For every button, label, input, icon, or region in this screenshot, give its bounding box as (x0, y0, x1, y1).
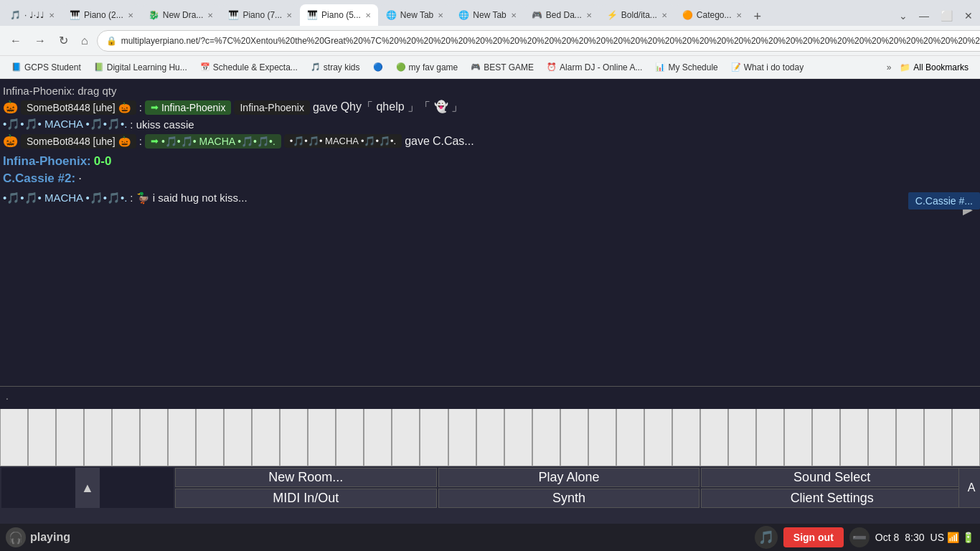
tab-5[interactable]: 🎹 Piano (5... ✕ (300, 4, 378, 26)
all-bookmarks-folder[interactable]: 📁 All Bookmarks (894, 61, 974, 74)
bookmark-straykids[interactable]: 🎵 stray kids (305, 61, 366, 74)
white-key-4[interactable] (84, 409, 112, 466)
tab-close-2[interactable]: ✕ (128, 11, 133, 19)
white-key-8[interactable] (196, 409, 224, 466)
signout-button[interactable]: Sign out (783, 527, 844, 547)
white-key-24[interactable] (644, 409, 672, 466)
white-key-3[interactable] (56, 409, 84, 466)
white-key-10[interactable] (252, 409, 280, 466)
bookmark-dlh[interactable]: 📗 Digital Learning Hu... (88, 61, 193, 74)
white-key-9[interactable] (224, 409, 252, 466)
bookmark-myschedule[interactable]: 📊 My Schedule (649, 61, 723, 74)
sound-select-button[interactable]: Sound Select (701, 468, 963, 487)
tab-2[interactable]: 🎹 Piano (2... ✕ (62, 4, 141, 26)
white-key-18[interactable] (476, 409, 504, 466)
close-button[interactable]: ✕ (960, 9, 977, 23)
white-key-2[interactable] (28, 409, 56, 466)
white-key-25[interactable] (672, 409, 700, 466)
white-key-34[interactable] (924, 409, 952, 466)
signout-label: Sign out (793, 532, 834, 543)
headphones-icon[interactable]: 🎧 (6, 527, 26, 547)
synth-button[interactable]: Synth (438, 489, 700, 508)
white-key-19[interactable] (504, 409, 532, 466)
play-alone-button[interactable]: Play Alone (438, 468, 700, 487)
white-key-23[interactable] (616, 409, 644, 466)
white-key-31[interactable] (840, 409, 868, 466)
tab-3[interactable]: 🐉 New Dra... ✕ (141, 4, 221, 26)
bookmark-whatido[interactable]: 📝 What i do today (725, 61, 809, 74)
bookmark-schedule[interactable]: 📅 Schedule & Expecta... (194, 61, 303, 74)
white-key-28[interactable] (756, 409, 784, 466)
tab-close-9[interactable]: ✕ (661, 11, 667, 19)
bookmarks-more-btn[interactable]: » (887, 62, 892, 72)
chat-message-1: 🎃 SomeBot8448 [uhe] 🎃 : ➡ Infina-Phoenix… (3, 100, 977, 115)
white-key-21[interactable] (560, 409, 588, 466)
white-key-27[interactable] (728, 409, 756, 466)
tab-1[interactable]: 🎵 · ♩·♩♩ ✕ (3, 4, 62, 26)
tab-close-5[interactable]: ✕ (365, 11, 371, 19)
bookmark-bestgame[interactable]: 🎮 BEST GAME (465, 61, 540, 74)
bookmark-gcps[interactable]: 📘 GCPS Student (6, 61, 87, 74)
white-key-14[interactable] (364, 409, 392, 466)
white-key-33[interactable] (896, 409, 924, 466)
tab-close-10[interactable]: ✕ (736, 11, 742, 19)
bookmark-alarmDJ[interactable]: ⏰ Alarm DJ - Online A... (541, 61, 648, 74)
back-button[interactable]: ← (6, 32, 26, 50)
tab-close-4[interactable]: ✕ (286, 11, 292, 19)
bot-emoji-2b: 🎃 (118, 136, 131, 147)
tab-favicon-2: 🎹 (70, 10, 80, 20)
bookmark-4[interactable]: 🔵 (367, 61, 389, 73)
client-settings-button[interactable]: Client Settings (701, 489, 963, 508)
white-key-15[interactable] (392, 409, 420, 466)
new-tab-button[interactable]: + (750, 9, 766, 24)
home-button[interactable]: ⌂ (77, 32, 93, 50)
restore-button[interactable]: ⬜ (936, 9, 957, 23)
white-key-29[interactable] (784, 409, 812, 466)
white-key-1[interactable] (0, 409, 28, 466)
piano-keys-row (0, 409, 980, 466)
tab-8[interactable]: 🎮 Bed Da... ✕ (524, 4, 599, 26)
white-key-6[interactable] (140, 409, 168, 466)
white-key-26[interactable] (700, 409, 728, 466)
white-key-17[interactable] (448, 409, 476, 466)
white-key-11[interactable] (280, 409, 308, 466)
refresh-button[interactable]: ↻ (55, 31, 72, 50)
forward-button[interactable]: → (30, 32, 50, 50)
bookmark-myfavgame[interactable]: 🟢 my fav game (390, 61, 464, 74)
white-key-35[interactable] (952, 409, 980, 466)
action-name-1: Infina-Phoenix (161, 102, 226, 113)
extra-button[interactable]: A (958, 468, 980, 508)
tab-title-6: New Tab (400, 10, 433, 20)
tab-10[interactable]: 🟠 Catego... ✕ (675, 4, 749, 26)
status-infina: Infina-Phoenix: 0-0 (3, 154, 977, 169)
tab-search-button[interactable]: ⌄ (895, 9, 912, 23)
status-bar: 🎧 playing 🎵 Sign out ➖ Oct 8 8:30 US 📶 🔋 (0, 524, 980, 551)
tab-favicon-10: 🟠 (682, 10, 692, 20)
white-key-32[interactable] (868, 409, 896, 466)
tab-close-8[interactable]: ✕ (586, 11, 592, 19)
white-key-7[interactable] (168, 409, 196, 466)
tab-4[interactable]: 🎹 Piano (7... ✕ (221, 4, 299, 26)
tab-close-3[interactable]: ✕ (207, 11, 213, 19)
tab-9[interactable]: ⚡ Bold/ita... ✕ (600, 4, 674, 26)
white-key-13[interactable] (336, 409, 364, 466)
white-key-30[interactable] (812, 409, 840, 466)
bookmark-gcps-icon: 📘 (11, 62, 22, 72)
white-key-20[interactable] (532, 409, 560, 466)
status-headphone-icon[interactable]: 🎵 (755, 526, 778, 549)
tab-6[interactable]: 🌐 New Tab ✕ (379, 4, 451, 26)
tab-close-1[interactable]: ✕ (49, 11, 55, 19)
tab-close-6[interactable]: ✕ (438, 11, 443, 19)
tab-7[interactable]: 🌐 New Tab ✕ (451, 4, 523, 26)
white-key-12[interactable] (308, 409, 336, 466)
new-room-button[interactable]: New Room... (175, 468, 437, 487)
white-key-16[interactable] (420, 409, 448, 466)
tab-close-7[interactable]: ✕ (511, 11, 517, 19)
volume-up-button[interactable]: ▲ (75, 468, 100, 508)
minus-icon[interactable]: ➖ (849, 527, 870, 547)
white-key-5[interactable] (112, 409, 140, 466)
url-bar[interactable]: 🔒 multiplayerpiano.net/?c=%7C%20Xentou%2… (97, 30, 980, 52)
white-key-22[interactable] (588, 409, 616, 466)
minimize-button[interactable]: — (915, 9, 933, 23)
midi-button[interactable]: MIDI In/Out (175, 489, 437, 508)
